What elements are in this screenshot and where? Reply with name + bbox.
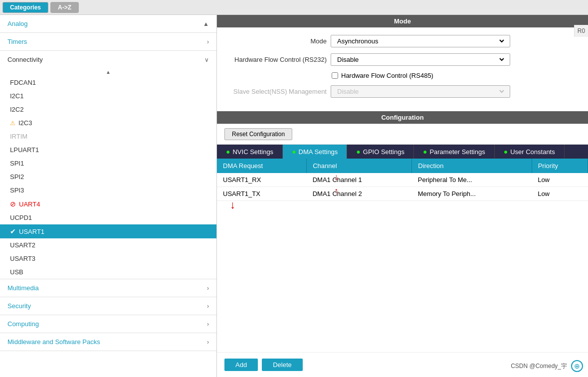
mode-select-input[interactable]: Asynchronous [335,37,506,45]
categories-tab[interactable]: Categories [2,2,48,13]
multimedia-header[interactable]: Multimedia › [0,279,216,297]
param-tab-label: Parameter Settings [429,148,485,156]
uart4-label: UART4 [19,200,40,208]
dma-direction-rx: Peripheral To Me... [412,173,532,187]
usart2-label: USART2 [10,241,35,249]
user-check-icon: ● [504,148,508,156]
tab-gpio-settings[interactable]: ● GPIO Settings [347,145,414,159]
sidebar-item-usb[interactable]: USB [0,265,216,279]
config-tabs: ● NVIC Settings ● DMA Settings ● GPIO Se… [217,145,588,159]
main-content: Analog ▲ Timers › Connectivity ∨ ▲ FDCAN… [0,15,588,377]
hwflow-rs232-row: Hardware Flow Control (RS232) Disable [227,53,578,66]
mode-select[interactable]: Asynchronous [331,35,510,47]
sidebar-item-usart1[interactable]: ✔ USART1 [0,224,216,238]
table-row[interactable]: USART1_RX ↓ DMA1 Channel 1 Peripheral To… [217,173,588,187]
timers-label: Timers [7,38,27,45]
zoom-icon[interactable]: ⊕ [571,360,583,372]
cancel-icon: ⊘ [10,200,16,208]
check-icon-usart1: ✔ [10,227,16,235]
gpio-check-icon: ● [356,148,360,156]
sidebar-item-i2c1[interactable]: I2C1 [0,89,216,103]
security-label: Security [7,302,31,310]
irtim-label: IRTIM [10,133,27,140]
nvic-tab-label: NVIC Settings [232,148,273,156]
gpio-tab-label: GPIO Settings [363,148,404,156]
analog-chevron: ▲ [203,20,209,27]
ucpd1-label: UCPD1 [10,214,32,221]
sidebar-item-i2c2[interactable]: I2C2 [0,103,216,116]
sidebar-item-spi3[interactable]: SPI3 [0,184,216,197]
top-tab-bar: Categories A->Z [0,0,588,15]
dma-check-icon: ● [292,148,296,156]
analog-header[interactable]: Analog ▲ [0,15,216,32]
middleware-chevron: › [207,339,209,346]
add-button[interactable]: Add [224,359,258,371]
col-channel: Channel [307,159,412,173]
sidebar-section-security: Security › [0,297,216,315]
sidebar: Analog ▲ Timers › Connectivity ∨ ▲ FDCAN… [0,15,217,377]
slave-select-select: Disable [331,85,510,98]
dma-content: DMA Request Channel Direction Priority U… [217,159,588,352]
table-row[interactable]: USART1_TX ↑ DMA1 Channel 2 Memory To Per… [217,187,588,201]
mode-row-mode: Mode Asynchronous [227,35,578,47]
i2c3-label: I2C3 [18,119,32,127]
param-check-icon: ● [423,148,427,156]
spi2-label: SPI2 [10,173,24,181]
computing-header[interactable]: Computing › [0,315,216,333]
computing-label: Computing [7,320,39,328]
connectivity-header[interactable]: Connectivity ∨ [0,51,216,68]
dma-channel-rx: ↓ DMA1 Channel 1 [307,173,412,187]
spi3-label: SPI3 [10,187,24,194]
middleware-label: Middleware and Software Packs [7,338,100,346]
tab-nvic-settings[interactable]: ● NVIC Settings [217,145,283,159]
tab-user-constants[interactable]: ● User Constants [495,145,565,159]
sidebar-section-analog: Analog ▲ [0,15,216,33]
timers-chevron: › [207,38,209,45]
sidebar-item-fdcan1[interactable]: FDCAN1 [0,76,216,89]
col-direction: Direction [412,159,532,173]
sidebar-item-spi1[interactable]: SPI1 [0,157,216,170]
warning-icon: ⚠ [10,120,15,127]
sidebar-item-lpuart1[interactable]: LPUART1 [0,143,216,157]
tab-parameter-settings[interactable]: ● Parameter Settings [414,145,495,159]
sidebar-item-irtim: IRTIM [0,130,216,143]
hwflow-rs485-label: Hardware Flow Control (RS485) [341,72,433,79]
delete-button[interactable]: Delete [262,359,303,371]
tab-dma-settings[interactable]: ● DMA Settings [283,145,347,159]
col-dma-request: DMA Request [217,159,307,173]
dma-direction-tx: Memory To Periph... [412,187,532,201]
atoz-tab[interactable]: A->Z [50,2,79,13]
sidebar-section-multimedia: Multimedia › [0,279,216,297]
sidebar-item-usart3[interactable]: USART3 [0,252,216,265]
security-header[interactable]: Security › [0,297,216,315]
i2c1-label: I2C1 [10,92,23,100]
sidebar-item-i2c3[interactable]: ⚠ I2C3 [0,116,216,130]
usb-label: USB [10,268,23,276]
mode-section: Mode Asynchronous Hardware Flow Control … [217,27,588,111]
mode-section-header: Mode [217,15,588,27]
slave-select-label: Slave Select(NSS) Management [227,88,327,95]
config-toolbar: Reset Configuration [217,124,588,145]
reset-config-button[interactable]: Reset Configuration [224,128,292,140]
sidebar-item-spi2[interactable]: SPI2 [0,170,216,184]
scroll-up-indicator[interactable]: ▲ [0,68,216,76]
spi1-label: SPI1 [10,160,24,167]
sidebar-section-computing: Computing › [0,315,216,333]
middleware-header[interactable]: Middleware and Software Packs › [0,333,216,351]
sidebar-section-timers: Timers › [0,33,216,51]
fdcan1-label: FDCAN1 [10,79,36,86]
timers-header[interactable]: Timers › [0,33,216,50]
slave-select-row: Slave Select(NSS) Management Disable [227,85,578,98]
sidebar-item-ucpd1[interactable]: UCPD1 [0,211,216,224]
multimedia-chevron: › [207,285,209,292]
hwflow-rs232-select[interactable]: Disable [331,53,510,66]
hwflow-rs232-select-input[interactable]: Disable [335,55,506,64]
dma-tab-label: DMA Settings [299,148,338,156]
security-chevron: › [207,303,209,310]
sidebar-section-middleware: Middleware and Software Packs › [0,333,216,351]
hwflow-rs485-checkbox[interactable] [332,72,338,79]
sidebar-item-uart4[interactable]: ⊘ UART4 [0,197,216,211]
slave-select-input: Disable [335,87,506,96]
user-tab-label: User Constants [510,148,555,156]
sidebar-item-usart2[interactable]: USART2 [0,238,216,252]
